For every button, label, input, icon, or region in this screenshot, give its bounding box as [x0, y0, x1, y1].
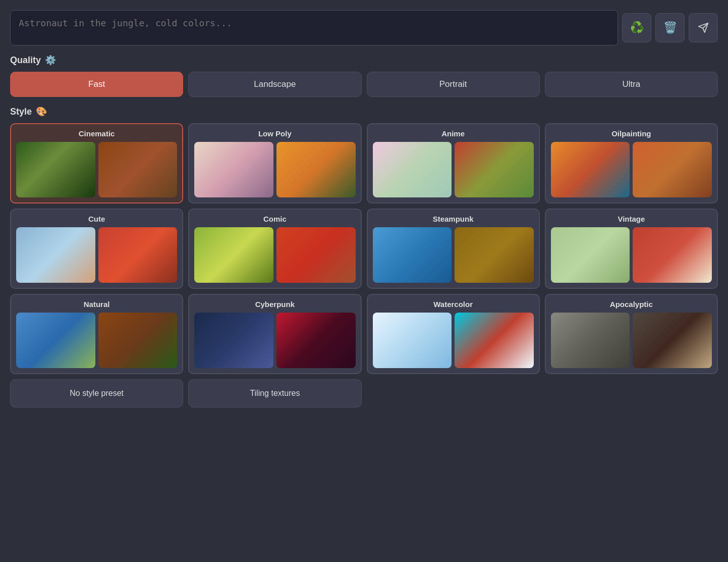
style-apocalyptic-label: Apocalyptic — [551, 300, 712, 309]
quality-fast-button[interactable]: Fast — [10, 72, 183, 97]
apocalyptic-bird-image — [551, 313, 630, 368]
natural-bus-image — [98, 313, 178, 368]
trash-button[interactable]: 🗑️ — [655, 13, 685, 42]
palette-icon: 🎨 — [36, 106, 47, 117]
cinematic-bird-image — [16, 142, 95, 197]
quality-portrait-button[interactable]: Portrait — [367, 72, 540, 97]
style-apocalyptic[interactable]: Apocalyptic — [545, 294, 718, 374]
style-cute[interactable]: Cute — [10, 209, 183, 289]
vintage-bus-image — [633, 227, 712, 283]
style-lowpoly-images — [194, 142, 355, 197]
style-steampunk-label: Steampunk — [373, 215, 534, 223]
gear-icon: ⚙️ — [45, 55, 56, 66]
style-lowpoly[interactable]: Low Poly — [188, 123, 361, 203]
style-cyberpunk-label: Cyberpunk — [194, 300, 355, 309]
lowpoly-bus-image — [276, 142, 356, 197]
cute-bird-image — [16, 227, 95, 283]
style-oilpainting[interactable]: Oilpainting — [545, 123, 718, 203]
bottom-row: No style preset Tiling textures — [10, 379, 718, 407]
style-grid: Cinematic Low Poly Anime Oilpainting — [10, 123, 718, 374]
style-anime-label: Anime — [373, 129, 534, 138]
oilpainting-bus-image — [633, 142, 712, 197]
style-cinematic-label: Cinematic — [16, 129, 177, 138]
watercolor-bird-image — [373, 313, 452, 368]
style-cute-label: Cute — [16, 215, 177, 223]
style-watercolor[interactable]: Watercolor — [367, 294, 540, 374]
style-comic[interactable]: Comic — [188, 209, 361, 289]
style-vintage-images — [551, 227, 712, 283]
style-oilpainting-images — [551, 142, 712, 197]
style-cinematic-images — [16, 142, 177, 197]
style-natural[interactable]: Natural — [10, 294, 183, 374]
watercolor-bus-image — [455, 313, 534, 368]
vintage-bird-image — [551, 227, 630, 283]
style-apocalyptic-images — [551, 313, 712, 368]
style-natural-images — [16, 313, 177, 368]
comic-bird-image — [194, 227, 273, 283]
style-comic-label: Comic — [194, 215, 355, 223]
style-section: Style 🎨 Cinematic Low Poly Anime — [10, 106, 718, 407]
style-cute-images — [16, 227, 177, 283]
quality-label: Quality ⚙️ — [10, 55, 718, 66]
style-oilpainting-label: Oilpainting — [551, 129, 712, 138]
top-bar: ♻️ 🗑️ — [10, 10, 718, 45]
style-cinematic[interactable]: Cinematic — [10, 123, 183, 203]
prompt-input[interactable] — [10, 10, 618, 45]
apocalyptic-bus-image — [633, 313, 712, 368]
no-style-preset-button[interactable]: No style preset — [10, 379, 183, 407]
style-watercolor-label: Watercolor — [373, 300, 534, 309]
comic-bus-image — [276, 227, 356, 283]
cinematic-bus-image — [98, 142, 178, 197]
style-lowpoly-label: Low Poly — [194, 129, 355, 138]
quality-ultra-button[interactable]: Ultra — [545, 72, 718, 97]
send-button[interactable] — [689, 13, 718, 42]
style-cyberpunk-images — [194, 313, 355, 368]
style-steampunk-images — [373, 227, 534, 283]
style-anime-images — [373, 142, 534, 197]
lowpoly-bird-image — [194, 142, 273, 197]
oilpainting-bird-image — [551, 142, 630, 197]
anime-bus-image — [455, 142, 534, 197]
style-natural-label: Natural — [16, 300, 177, 309]
style-comic-images — [194, 227, 355, 283]
natural-bird-image — [16, 313, 95, 368]
steampunk-bird-image — [373, 227, 452, 283]
tiling-textures-button[interactable]: Tiling textures — [188, 379, 361, 407]
cyberpunk-bus-image — [276, 313, 356, 368]
style-cyberpunk[interactable]: Cyberpunk — [188, 294, 361, 374]
anime-bird-image — [373, 142, 452, 197]
recycle-button[interactable]: ♻️ — [622, 13, 651, 42]
style-vintage-label: Vintage — [551, 215, 712, 223]
style-watercolor-images — [373, 313, 534, 368]
style-label: Style 🎨 — [10, 106, 718, 117]
quality-landscape-button[interactable]: Landscape — [188, 72, 361, 97]
quality-grid: Fast Landscape Portrait Ultra — [10, 72, 718, 97]
style-vintage[interactable]: Vintage — [545, 209, 718, 289]
quality-section: Quality ⚙️ Fast Landscape Portrait Ultra — [10, 55, 718, 97]
cyberpunk-bird-image — [194, 313, 273, 368]
steampunk-bus-image — [455, 227, 534, 283]
style-steampunk[interactable]: Steampunk — [367, 209, 540, 289]
style-anime[interactable]: Anime — [367, 123, 540, 203]
cute-bus-image — [98, 227, 178, 283]
